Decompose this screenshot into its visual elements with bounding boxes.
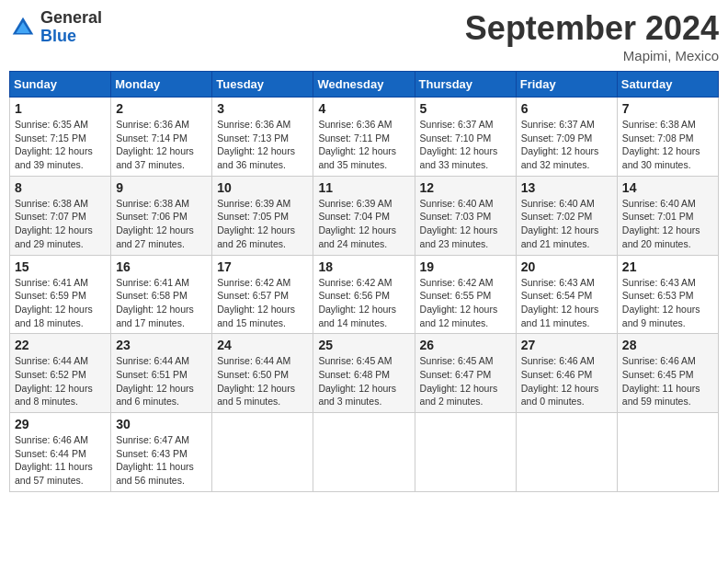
col-wednesday: Wednesday — [313, 72, 415, 98]
calendar-cell: 5Sunrise: 6:37 AMSunset: 7:10 PMDaylight… — [415, 98, 516, 177]
day-number: 25 — [318, 338, 409, 352]
day-info: Sunrise: 6:46 AMSunset: 6:45 PMDaylight:… — [622, 354, 713, 408]
day-info: Sunrise: 6:36 AMSunset: 7:14 PMDaylight:… — [116, 118, 207, 172]
calendar-cell: 29Sunrise: 6:46 AMSunset: 6:44 PMDayligh… — [10, 413, 111, 492]
calendar-cell: 12Sunrise: 6:40 AMSunset: 7:03 PMDayligh… — [415, 176, 516, 255]
calendar-cell: 1Sunrise: 6:35 AMSunset: 7:15 PMDaylight… — [10, 98, 111, 177]
day-number: 17 — [217, 259, 308, 274]
calendar-cell: 7Sunrise: 6:38 AMSunset: 7:08 PMDaylight… — [617, 98, 718, 177]
calendar-cell: 2Sunrise: 6:36 AMSunset: 7:14 PMDaylight… — [111, 98, 212, 177]
day-info: Sunrise: 6:40 AMSunset: 7:02 PMDaylight:… — [521, 197, 612, 251]
calendar-cell: 17Sunrise: 6:42 AMSunset: 6:57 PMDayligh… — [212, 255, 313, 334]
day-info: Sunrise: 6:46 AMSunset: 6:44 PMDaylight:… — [15, 433, 106, 488]
calendar-cell: 26Sunrise: 6:45 AMSunset: 6:47 PMDayligh… — [415, 334, 516, 413]
calendar-cell: 28Sunrise: 6:46 AMSunset: 6:45 PMDayligh… — [617, 334, 718, 413]
calendar-header: Sunday Monday Tuesday Wednesday Thursday… — [10, 72, 719, 98]
day-info: Sunrise: 6:40 AMSunset: 7:01 PMDaylight:… — [622, 197, 713, 251]
day-number: 14 — [622, 180, 713, 195]
day-info: Sunrise: 6:44 AMSunset: 6:51 PMDaylight:… — [116, 354, 207, 408]
day-number: 15 — [15, 259, 106, 274]
table-row: 1Sunrise: 6:35 AMSunset: 7:15 PMDaylight… — [10, 98, 719, 177]
calendar-cell: 13Sunrise: 6:40 AMSunset: 7:02 PMDayligh… — [516, 176, 617, 255]
day-number: 30 — [116, 417, 207, 431]
calendar-cell: 16Sunrise: 6:41 AMSunset: 6:58 PMDayligh… — [111, 255, 212, 334]
calendar-cell: 25Sunrise: 6:45 AMSunset: 6:48 PMDayligh… — [313, 334, 415, 413]
calendar-cell: 4Sunrise: 6:36 AMSunset: 7:11 PMDaylight… — [313, 98, 415, 177]
calendar-cell — [617, 413, 718, 492]
day-info: Sunrise: 6:39 AMSunset: 7:05 PMDaylight:… — [217, 197, 308, 251]
calendar-cell: 15Sunrise: 6:41 AMSunset: 6:59 PMDayligh… — [10, 255, 111, 334]
col-saturday: Saturday — [617, 72, 718, 98]
day-number: 5 — [420, 101, 511, 116]
day-info: Sunrise: 6:38 AMSunset: 7:06 PMDaylight:… — [116, 197, 207, 251]
day-info: Sunrise: 6:37 AMSunset: 7:10 PMDaylight:… — [420, 118, 511, 172]
location: Mapimi, Mexico — [465, 48, 719, 63]
table-row: 22Sunrise: 6:44 AMSunset: 6:52 PMDayligh… — [10, 334, 719, 413]
day-number: 7 — [622, 101, 713, 116]
day-number: 23 — [116, 338, 207, 352]
logo: General Blue — [9, 9, 102, 46]
day-number: 18 — [318, 259, 409, 274]
calendar-cell: 3Sunrise: 6:36 AMSunset: 7:13 PMDaylight… — [212, 98, 313, 177]
page-header: General Blue September 2024 Mapimi, Mexi… — [9, 9, 719, 63]
day-number: 26 — [420, 338, 511, 352]
logo-icon — [9, 14, 37, 41]
day-info: Sunrise: 6:41 AMSunset: 6:58 PMDaylight:… — [116, 276, 207, 330]
day-number: 28 — [622, 338, 713, 352]
col-tuesday: Tuesday — [212, 72, 313, 98]
day-number: 22 — [15, 338, 106, 352]
logo-blue: Blue — [40, 28, 102, 46]
logo-text: General Blue — [40, 9, 102, 46]
day-number: 16 — [116, 259, 207, 274]
header-row: Sunday Monday Tuesday Wednesday Thursday… — [10, 72, 719, 98]
calendar-cell: 19Sunrise: 6:42 AMSunset: 6:55 PMDayligh… — [415, 255, 516, 334]
day-number: 29 — [15, 417, 106, 431]
day-number: 8 — [15, 180, 106, 195]
calendar-cell: 14Sunrise: 6:40 AMSunset: 7:01 PMDayligh… — [617, 176, 718, 255]
calendar-cell: 23Sunrise: 6:44 AMSunset: 6:51 PMDayligh… — [111, 334, 212, 413]
calendar-table: Sunday Monday Tuesday Wednesday Thursday… — [9, 71, 719, 492]
day-info: Sunrise: 6:44 AMSunset: 6:50 PMDaylight:… — [217, 354, 308, 408]
day-info: Sunrise: 6:35 AMSunset: 7:15 PMDaylight:… — [15, 118, 106, 172]
day-number: 27 — [521, 338, 612, 352]
calendar-cell: 27Sunrise: 6:46 AMSunset: 6:46 PMDayligh… — [516, 334, 617, 413]
day-number: 4 — [318, 101, 409, 116]
day-info: Sunrise: 6:38 AMSunset: 7:07 PMDaylight:… — [15, 197, 106, 251]
calendar-cell — [516, 413, 617, 492]
day-info: Sunrise: 6:42 AMSunset: 6:57 PMDaylight:… — [217, 276, 308, 330]
day-info: Sunrise: 6:42 AMSunset: 6:55 PMDaylight:… — [420, 276, 511, 330]
col-monday: Monday — [111, 72, 212, 98]
day-number: 12 — [420, 180, 511, 195]
day-number: 20 — [521, 259, 612, 274]
calendar-cell: 24Sunrise: 6:44 AMSunset: 6:50 PMDayligh… — [212, 334, 313, 413]
calendar-cell: 10Sunrise: 6:39 AMSunset: 7:05 PMDayligh… — [212, 176, 313, 255]
day-info: Sunrise: 6:38 AMSunset: 7:08 PMDaylight:… — [622, 118, 713, 172]
calendar-cell: 21Sunrise: 6:43 AMSunset: 6:53 PMDayligh… — [617, 255, 718, 334]
calendar-cell — [212, 413, 313, 492]
table-row: 29Sunrise: 6:46 AMSunset: 6:44 PMDayligh… — [10, 413, 719, 492]
day-number: 21 — [622, 259, 713, 274]
day-number: 9 — [116, 180, 207, 195]
day-info: Sunrise: 6:37 AMSunset: 7:09 PMDaylight:… — [521, 118, 612, 172]
col-sunday: Sunday — [10, 72, 111, 98]
day-number: 1 — [15, 101, 106, 116]
day-number: 3 — [217, 101, 308, 116]
day-info: Sunrise: 6:43 AMSunset: 6:54 PMDaylight:… — [521, 276, 612, 330]
calendar-cell: 8Sunrise: 6:38 AMSunset: 7:07 PMDaylight… — [10, 176, 111, 255]
day-number: 6 — [521, 101, 612, 116]
day-info: Sunrise: 6:44 AMSunset: 6:52 PMDaylight:… — [15, 354, 106, 408]
calendar-cell: 9Sunrise: 6:38 AMSunset: 7:06 PMDaylight… — [111, 176, 212, 255]
calendar-body: 1Sunrise: 6:35 AMSunset: 7:15 PMDaylight… — [10, 98, 719, 492]
logo-general: General — [40, 9, 102, 28]
calendar-cell: 6Sunrise: 6:37 AMSunset: 7:09 PMDaylight… — [516, 98, 617, 177]
day-info: Sunrise: 6:36 AMSunset: 7:11 PMDaylight:… — [318, 118, 409, 172]
month-title: September 2024 — [465, 9, 719, 48]
day-number: 13 — [521, 180, 612, 195]
day-number: 10 — [217, 180, 308, 195]
col-friday: Friday — [516, 72, 617, 98]
calendar-cell: 22Sunrise: 6:44 AMSunset: 6:52 PMDayligh… — [10, 334, 111, 413]
day-number: 19 — [420, 259, 511, 274]
day-info: Sunrise: 6:39 AMSunset: 7:04 PMDaylight:… — [318, 197, 409, 251]
calendar-cell: 20Sunrise: 6:43 AMSunset: 6:54 PMDayligh… — [516, 255, 617, 334]
day-info: Sunrise: 6:36 AMSunset: 7:13 PMDaylight:… — [217, 118, 308, 172]
